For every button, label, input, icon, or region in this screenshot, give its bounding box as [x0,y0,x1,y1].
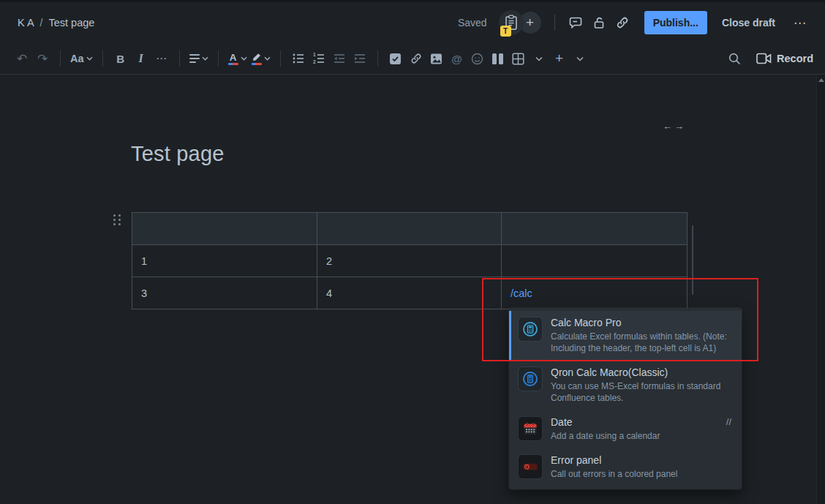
italic-icon: I [138,52,143,65]
highlight-color-dropdown[interactable] [249,48,273,69]
calendar-icon [518,416,543,441]
breadcrumb-page-link[interactable]: Test page [48,17,94,29]
more-formatting-icon: ⋯ [156,52,167,65]
menu-item-title: Error panel [551,454,731,466]
arrow-left-icon: ← [663,121,672,132]
table-cell[interactable]: 1 [132,245,317,277]
task-list-button[interactable] [385,48,406,69]
more-formatting-button[interactable]: ⋯ [151,48,172,69]
text-style-dropdown[interactable]: Aa [68,48,95,69]
topbar: K A / Test page Saved T + [0,2,825,43]
plus-icon: + [555,50,563,67]
toolbar-divider [280,50,281,67]
bullet-list-icon [292,52,305,65]
page-width-toggle-button[interactable]: ← → [663,121,684,132]
menu-item-title: Qron Calc Macro(Classic) [551,366,731,378]
numbered-list-button[interactable]: 12 [309,48,329,69]
saved-status: Saved [458,17,487,29]
table-row: 1 2 [132,245,688,277]
alignment-dropdown[interactable] [187,48,211,69]
mention-button[interactable]: @ [447,48,467,69]
table-cell[interactable] [502,213,688,245]
insert-link-button[interactable] [406,48,426,69]
collaborator-avatars: T + [499,10,543,35]
table-header-row [132,213,688,245]
copy-link-button[interactable] [611,11,634,34]
breadcrumb-separator: / [34,17,49,29]
toolbar-right-group: Record [724,48,813,69]
outdent-button[interactable] [329,48,350,69]
menu-item-description: Add a date using a calendar [551,430,731,442]
error-panel-icon [518,454,543,479]
publish-button[interactable]: Publish... [644,11,707,34]
scroll-up-arrow-icon[interactable] [818,78,824,82]
menu-item-description: You can use MS-Excel formulas in standar… [551,380,731,404]
chevron-down-icon [576,56,584,61]
menu-item-title: Date [551,416,573,428]
bold-button[interactable]: B [110,48,131,69]
indent-button[interactable] [350,48,370,69]
overflow-icon: ⋯ [794,15,807,31]
comment-button[interactable] [564,11,587,34]
content-table[interactable]: 1 2 3 4 /calc [132,212,688,309]
chevron-down-icon [86,56,93,61]
insert-table-button[interactable] [508,48,529,69]
table-cell[interactable]: 2 [317,245,502,277]
table-icon [512,53,524,65]
table-drag-handle[interactable] [113,214,124,228]
emoji-button[interactable] [467,48,488,69]
toolbar-divider [102,50,103,67]
mention-icon: @ [451,53,462,65]
bullet-list-button[interactable] [288,48,309,69]
unlock-icon [592,15,606,30]
table-cell[interactable] [502,245,688,277]
text-color-dropdown[interactable]: A [226,48,249,69]
menu-item-date[interactable]: Date // Add a date using a calendar [509,410,742,448]
indent-icon [353,52,366,65]
avatar[interactable]: T [499,10,524,35]
insert-dropdown[interactable] [570,48,590,69]
chevron-down-icon [535,56,543,61]
italic-button[interactable]: I [131,48,151,69]
insert-element-button[interactable]: + [549,48,570,69]
task-checkbox-icon [389,53,402,65]
selected-indicator [509,311,511,361]
plus-icon: + [526,15,534,31]
menu-item-calc-macro-pro[interactable]: Calc Macro Pro Calculate Excel formulas … [509,311,742,361]
breadcrumb: K A / Test page [18,17,94,29]
unlock-button[interactable] [587,11,611,34]
numbered-list-icon: 12 [312,52,325,65]
table-cell[interactable]: 3 [132,277,317,309]
table-cell[interactable] [317,213,502,245]
layouts-button[interactable] [488,48,508,69]
more-actions-button[interactable]: ⋯ [788,11,812,34]
undo-icon: ↶ [17,51,27,67]
search-icon [728,52,741,65]
close-draft-button[interactable]: Close draft [715,11,783,34]
outdent-icon [333,52,346,65]
table-options-dropdown[interactable] [529,48,549,69]
confluence-editor-window: K A / Test page Saved T + [0,0,825,504]
toolbar-divider [179,50,180,67]
insert-image-button[interactable] [426,48,447,69]
editor-content[interactable]: ← → Test page 1 2 3 [0,75,825,504]
table-cell[interactable]: /calc [502,277,688,309]
undo-button[interactable]: ↶ [12,48,32,69]
table-column-resize-guide[interactable] [692,225,693,295]
redo-button[interactable]: ↷ [32,48,53,69]
table-cell[interactable]: 4 [317,277,502,309]
menu-item-text: Qron Calc Macro(Classic) You can use MS-… [551,366,731,404]
highlight-pen-icon [252,53,262,65]
table-cell[interactable] [132,213,317,245]
breadcrumb-space-link[interactable]: K A [18,17,34,29]
vertical-scrollbar[interactable] [816,75,825,504]
record-button[interactable]: Record [756,53,813,64]
menu-item-qron-calc-macro[interactable]: Qron Calc Macro(Classic) You can use MS-… [509,361,742,410]
menu-item-error-panel[interactable]: Error panel Call out errors in a colored… [509,448,742,486]
editor-toolbar: ↶ ↷ Aa B I ⋯ A [0,43,825,75]
page-title[interactable]: Test page [131,142,225,166]
menu-item-description: Calculate Excel formulas within tables. … [551,331,731,354]
find-button[interactable] [724,48,745,69]
slash-command-menu: Calc Macro Pro Calculate Excel formulas … [509,308,742,489]
link-icon [410,52,423,65]
